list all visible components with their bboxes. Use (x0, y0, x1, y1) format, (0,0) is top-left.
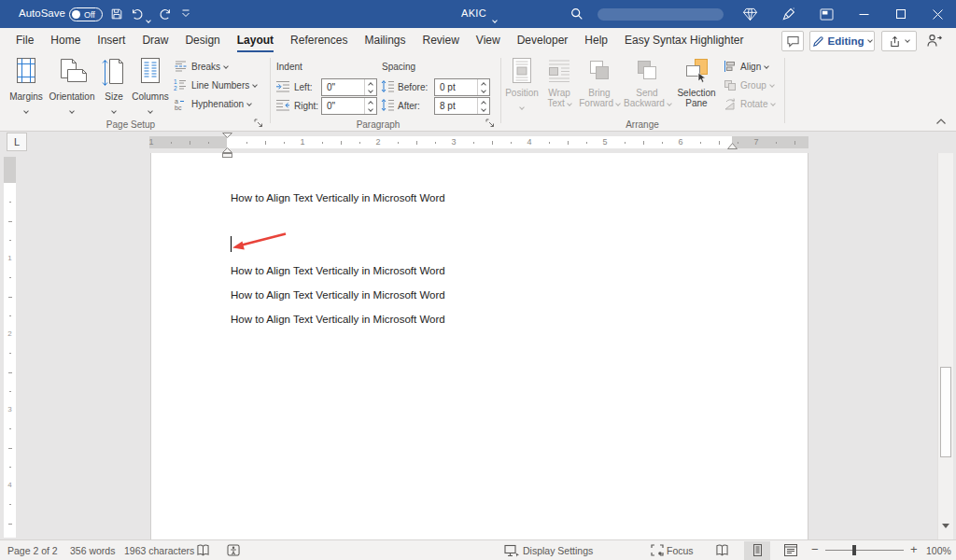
editing-mode-button[interactable]: Editing (809, 31, 875, 51)
ribbon-display-icon[interactable] (820, 8, 834, 21)
columns-button[interactable]: Columns (131, 57, 170, 119)
spacing-after-spinner[interactable] (477, 98, 489, 114)
tab-stop-selector[interactable]: L (7, 133, 27, 151)
wrap-text-button: Wrap Text (541, 57, 577, 108)
indent-right-spinner[interactable] (364, 98, 376, 114)
ruler-tick (8, 372, 12, 373)
ruler-tick (9, 240, 11, 241)
selection-pane-label-2: Pane (674, 98, 719, 108)
zoom-level[interactable]: 100% (926, 545, 951, 556)
ruler-tick (246, 142, 247, 144)
word-count[interactable]: 356 words (70, 545, 115, 556)
collapse-ribbon-icon[interactable] (935, 118, 947, 125)
search-icon[interactable] (570, 7, 583, 21)
focus-label[interactable]: Focus (667, 545, 694, 556)
rotate-button: Rotate (723, 96, 775, 111)
tab-help[interactable]: Help (576, 28, 616, 53)
ruler-tick (568, 141, 569, 145)
tab-home[interactable]: Home (42, 28, 89, 53)
tab-layout[interactable]: Layout (229, 28, 282, 53)
web-layout-icon[interactable] (784, 544, 797, 556)
display-settings-icon[interactable] (504, 544, 519, 557)
hyphenation-button[interactable]: abc Hyphenation (174, 96, 251, 111)
right-indent-marker[interactable] (727, 143, 738, 149)
save-icon[interactable] (110, 7, 123, 21)
horizontal-ruler[interactable]: 1 1 2 3 4 5 6 7 (149, 136, 808, 148)
document-title-blurred[interactable] (598, 8, 724, 21)
spacing-before-label: Before: (398, 82, 428, 92)
minimize-button[interactable] (846, 0, 881, 28)
autosave-toggle[interactable]: Off (69, 7, 103, 21)
zoom-slider-thumb[interactable] (852, 545, 856, 555)
selection-pane-button[interactable]: Selection Pane (674, 57, 719, 108)
ruler-tick (416, 141, 417, 145)
spacing-after-field[interactable]: 8 pt (434, 97, 490, 115)
margins-button[interactable]: Margins (7, 57, 45, 119)
zoom-out-button[interactable]: − (811, 542, 819, 556)
page-indicator[interactable]: Page 2 of 2 (7, 545, 58, 556)
indent-right-field[interactable]: 0" (321, 97, 377, 115)
align-button[interactable]: Align (723, 59, 768, 74)
line-numbers-button[interactable]: 12 Line Numbers (174, 77, 257, 92)
undo-icon[interactable] (131, 7, 144, 21)
ruler-tick (738, 142, 738, 144)
tab-design[interactable]: Design (176, 28, 228, 53)
vertical-ruler[interactable]: 1 2 3 4 (4, 157, 16, 538)
bring-forward-button: Bring Forward (579, 57, 620, 108)
proofing-icon[interactable] (196, 544, 210, 556)
ruler-tick (700, 142, 701, 144)
document-page[interactable]: How to Align Text Vertically in Microsof… (150, 153, 808, 539)
tab-review[interactable]: Review (414, 28, 467, 53)
tab-insert[interactable]: Insert (89, 28, 134, 53)
ruler-tick (776, 142, 777, 144)
size-button[interactable]: Size (99, 57, 129, 119)
display-settings-label[interactable]: Display Settings (523, 545, 593, 556)
share-button[interactable] (881, 31, 917, 51)
spacing-after-icon (381, 98, 395, 112)
scroll-down-arrow[interactable] (942, 524, 949, 528)
indent-left-spinner[interactable] (364, 79, 376, 95)
ruler-tick (190, 141, 190, 145)
indent-left-icon (275, 80, 290, 92)
document-line: How to Align Text Vertically in Microsof… (231, 192, 445, 203)
maximize-button[interactable] (883, 0, 919, 28)
editing-label: Editing (828, 35, 865, 47)
orientation-button[interactable]: Orientation (47, 57, 97, 119)
ruler-tick (398, 142, 399, 144)
read-mode-icon[interactable] (715, 544, 729, 556)
scrollbar-thumb[interactable] (940, 367, 951, 457)
page-setup-dialog-launcher[interactable] (254, 119, 265, 130)
focus-icon[interactable] (651, 544, 664, 556)
tab-file[interactable]: File (7, 28, 42, 53)
paragraph-dialog-launcher[interactable] (485, 119, 497, 130)
premium-diamond-icon[interactable] (742, 7, 758, 21)
zoom-slider-track[interactable] (825, 550, 904, 551)
vertical-scrollbar[interactable] (937, 132, 953, 539)
redo-icon[interactable] (159, 7, 172, 21)
accessibility-icon[interactable] (227, 544, 241, 556)
tab-easy-syntax-highlighter[interactable]: Easy Syntax Highlighter (616, 28, 752, 53)
account-name[interactable]: AKIC (461, 7, 486, 19)
hanging-indent-marker[interactable] (222, 147, 232, 158)
spacing-before-spinner[interactable] (477, 79, 489, 95)
zoom-in-button[interactable]: + (910, 542, 918, 556)
undo-dropdown-icon[interactable] (147, 11, 150, 28)
tab-view[interactable]: View (468, 28, 509, 53)
close-button[interactable] (920, 0, 956, 28)
tab-draw[interactable]: Draw (134, 28, 176, 53)
comments-button[interactable] (781, 31, 804, 51)
customize-qat-icon[interactable] (181, 8, 190, 19)
position-button: Position (504, 57, 540, 115)
print-layout-icon[interactable] (752, 544, 764, 556)
indent-left-field[interactable]: 0" (321, 78, 377, 96)
tab-references[interactable]: References (282, 28, 356, 53)
first-line-indent-marker[interactable] (222, 133, 232, 138)
character-count[interactable]: 1963 characters (124, 545, 194, 556)
ink-pen-icon[interactable] (781, 7, 795, 21)
group-button: Group (723, 77, 774, 92)
tab-mailings[interactable]: Mailings (356, 28, 414, 53)
breaks-button[interactable]: Breaks (174, 59, 228, 74)
presence-icon[interactable] (926, 34, 942, 48)
spacing-before-field[interactable]: 0 pt (434, 78, 490, 96)
tab-developer[interactable]: Developer (509, 28, 577, 53)
